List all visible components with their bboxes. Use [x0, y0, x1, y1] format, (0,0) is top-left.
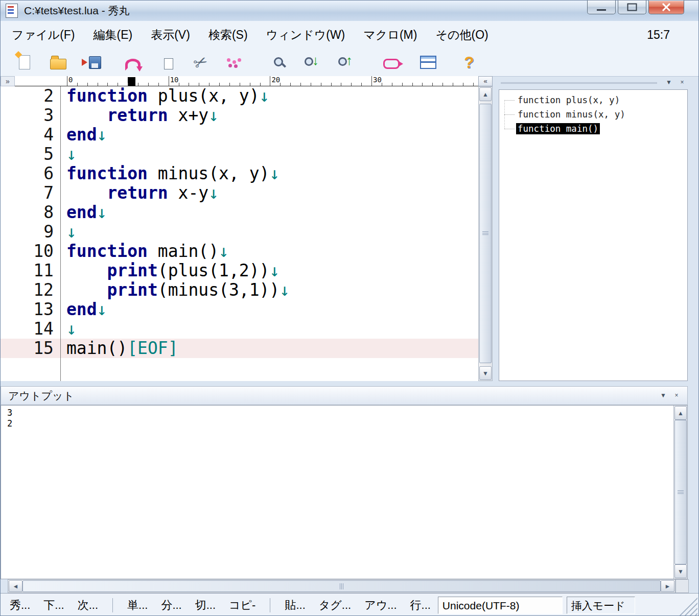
editor-line[interactable]: 6function minus(x, y)↓: [1, 164, 478, 183]
resize-grip[interactable]: [679, 597, 697, 615]
scrollbar-corner: [675, 579, 689, 593]
newline-mark: ↓: [66, 319, 77, 339]
output-text: 32: [1, 406, 687, 429]
statusbar-button[interactable]: 貼...: [285, 598, 305, 613]
outline-item[interactable]: function main(): [499, 122, 687, 136]
split-window-icon[interactable]: [416, 52, 440, 73]
editor-line[interactable]: 2function plus(x, y)↓: [1, 86, 478, 106]
ruler-expand-button[interactable]: »: [1, 76, 15, 86]
statusbar-button[interactable]: 分...: [161, 598, 181, 613]
menu-item[interactable]: マクロ(M): [363, 27, 417, 43]
save-icon[interactable]: [80, 52, 104, 73]
title-bar: C:¥tets¥test.lua - 秀丸: [1, 1, 698, 21]
outline-menu-button[interactable]: ▼: [663, 78, 674, 88]
tree-branch-icon: [504, 100, 515, 101]
cut-icon[interactable]: [189, 52, 212, 73]
editor-line[interactable]: 11 print(plus(1,2))↓: [1, 261, 478, 280]
output-scroll-up-button[interactable]: ▲: [674, 406, 687, 420]
cursor-position: 15:7: [647, 21, 670, 49]
copy-icon[interactable]: [155, 52, 178, 73]
ruler-mark: 20: [270, 76, 280, 83]
search-icon[interactable]: [267, 52, 291, 73]
editor-line[interactable]: 10function main()↓: [1, 242, 478, 261]
horizontal-scrollbar-thumb[interactable]: [22, 580, 661, 592]
new-file-icon[interactable]: [13, 52, 36, 73]
menu-item[interactable]: ウィンドウ(W): [266, 27, 345, 43]
statusbar-buttons: 秀...下...次...単...分...切...コピ-貼...タグ...アウ..…: [1, 598, 431, 613]
scroll-left-button[interactable]: ◄: [9, 580, 22, 592]
menu-item[interactable]: ファイル(F): [12, 27, 75, 43]
statusbar-button[interactable]: アウ...: [364, 598, 397, 613]
scroll-right-button[interactable]: ►: [661, 580, 674, 592]
menu-item[interactable]: 検索(S): [208, 27, 248, 43]
editor-line[interactable]: 4end↓: [1, 125, 478, 145]
ruler-collapse-button[interactable]: «: [478, 76, 493, 86]
output-menu-button[interactable]: ▼: [658, 391, 669, 401]
outline-panel-grip[interactable]: [501, 82, 657, 84]
toolbar: [1, 49, 698, 77]
input-mode-indicator[interactable]: 挿入モード: [567, 597, 635, 614]
line-number: 2: [1, 86, 60, 106]
statusbar-button[interactable]: 秀...: [10, 598, 30, 613]
editor-line[interactable]: 9↓: [1, 222, 478, 242]
scroll-up-button[interactable]: ▲: [479, 87, 492, 101]
open-icon[interactable]: [46, 52, 70, 73]
search-up-icon[interactable]: [335, 52, 358, 73]
editor-line[interactable]: 8end↓: [1, 203, 478, 222]
output-panel-title: アウトプット: [8, 389, 74, 403]
outline-item[interactable]: function minus(x, y): [499, 107, 687, 122]
code-text: return x-y↓: [60, 183, 219, 203]
editor-line[interactable]: 13end↓: [1, 300, 478, 319]
statusbar-button[interactable]: 切...: [195, 598, 216, 613]
editor-line[interactable]: 12 print(minus(3,1))↓: [1, 280, 478, 300]
search-up-glyph: [338, 55, 355, 69]
newline-mark: ↓: [260, 86, 270, 106]
horizontal-scrollbar[interactable]: ◄ ►: [8, 579, 675, 593]
editor-line[interactable]: 7 return x-y↓: [1, 183, 478, 203]
hidemaru-window: C:¥tets¥test.lua - 秀丸 ファイル(F)編集(E)表示(V)検…: [0, 0, 699, 616]
replace-icon[interactable]: [380, 52, 403, 73]
statusbar-button[interactable]: 単...: [127, 598, 148, 613]
editor-line[interactable]: 3 return x+y↓: [1, 106, 478, 125]
search-down-icon[interactable]: [301, 52, 324, 73]
newline-mark: ↓: [208, 105, 219, 125]
maximize-button[interactable]: [618, 1, 646, 14]
outline-list: function plus(x, y)function minus(x, y)f…: [499, 90, 687, 136]
statusbar-button[interactable]: タグ...: [319, 598, 351, 613]
search-glyph: [272, 56, 286, 69]
statusbar-button[interactable]: 行...: [410, 598, 431, 613]
editor-line[interactable]: 14↓: [1, 319, 478, 339]
statusbar-button[interactable]: コピ-: [229, 598, 255, 613]
gutter-separator: [60, 86, 61, 381]
editor-line[interactable]: 5↓: [1, 145, 478, 164]
scroll-down-button[interactable]: ▼: [479, 366, 492, 380]
statusbar-button[interactable]: 次...: [78, 598, 98, 613]
minimize-button[interactable]: [587, 1, 616, 14]
newline-mark: ↓: [208, 183, 219, 203]
menu-item[interactable]: 表示(V): [151, 27, 190, 43]
outline-close-button[interactable]: ×: [677, 78, 688, 88]
eof-mark: [EOF]: [127, 338, 178, 358]
editor-scrollbar-thumb[interactable]: [479, 104, 492, 363]
output-panel[interactable]: 32 ▲ ▼: [1, 405, 688, 579]
close-button[interactable]: [648, 1, 684, 14]
code-text: ↓: [60, 319, 77, 339]
undo-icon[interactable]: [121, 52, 145, 73]
output-scroll-down-button[interactable]: ▼: [674, 564, 687, 578]
newline-mark: ↓: [219, 241, 229, 261]
menu-item[interactable]: その他(O): [435, 27, 488, 43]
window-controls: [587, 1, 684, 14]
encoding-indicator[interactable]: Unicode(UTF-8): [438, 597, 563, 614]
editor-line[interactable]: 15main()[EOF]: [1, 339, 478, 358]
outline-item[interactable]: function plus(x, y): [499, 93, 687, 107]
paste-icon[interactable]: [222, 52, 246, 73]
editor-vertical-scrollbar[interactable]: ▲ ▼: [478, 86, 493, 381]
open-glyph: [50, 59, 66, 69]
output-scrollbar-thumb[interactable]: [674, 420, 687, 564]
output-close-button[interactable]: ×: [671, 391, 682, 401]
output-vertical-scrollbar[interactable]: ▲ ▼: [673, 406, 687, 579]
help-icon[interactable]: [457, 52, 481, 73]
editor-area[interactable]: 2function plus(x, y)↓3 return x+y↓4end↓5…: [1, 86, 478, 381]
menu-item[interactable]: 編集(E): [94, 27, 133, 43]
statusbar-button[interactable]: 下...: [43, 598, 64, 613]
